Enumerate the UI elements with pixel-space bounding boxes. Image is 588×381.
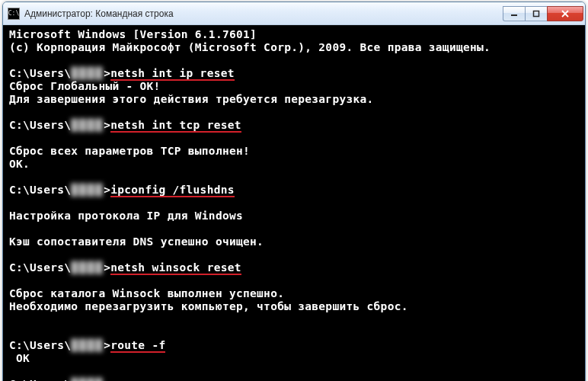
username-blur: ████ <box>71 119 104 132</box>
prompt-line-6: C:\Users\████> <box>9 378 579 381</box>
maximize-button[interactable] <box>525 6 548 21</box>
output-4a: Сброс каталога Winsock выполнен успешно. <box>9 287 579 300</box>
prompt-line-1: C:\Users\████>netsh int ip reset <box>9 67 579 80</box>
minimize-button[interactable] <box>503 6 526 21</box>
output-2b: OK. <box>9 158 579 171</box>
prompt-line-3: C:\Users\████>ipconfig /flushdns <box>9 184 579 197</box>
command-2: netsh int tcp reset <box>110 119 241 132</box>
command-1: netsh int ip reset <box>110 67 235 80</box>
terminal-area[interactable]: Microsoft Windows [Version 6.1.7601] (c)… <box>3 25 585 381</box>
copyright-line: (c) Корпорация Майкрософт (Microsoft Cor… <box>9 41 579 54</box>
titlebar[interactable]: C:\ Администратор: Командная строка <box>3 2 585 25</box>
prompt-line-2: C:\Users\████>netsh int tcp reset <box>9 119 579 132</box>
username-blur: ████ <box>71 67 104 80</box>
window-frame: C:\ Администратор: Командная строка Micr… <box>2 2 586 381</box>
output-3b: Кэш сопоставителя DNS успешно очищен. <box>9 235 579 248</box>
output-1b: Для завершения этого действия требуется … <box>9 93 579 106</box>
output-4b: Необходимо перезагрузить компьютер, чтоб… <box>9 300 579 313</box>
output-5a: OK <box>9 352 579 365</box>
version-line: Microsoft Windows [Version 6.1.7601] <box>9 28 579 41</box>
username-blur: ████ <box>71 261 104 274</box>
window-controls <box>503 6 583 21</box>
prompt-line-4: C:\Users\████>netsh winsock reset <box>9 261 579 274</box>
output-1a: Сброс Глобальный - OK! <box>9 80 579 93</box>
command-4: netsh winsock reset <box>110 261 241 274</box>
output-2a: Сброс всех параметров TCP выполнен! <box>9 145 579 158</box>
command-3: ipconfig /flushdns <box>110 184 235 197</box>
username-blur: ████ <box>71 184 104 197</box>
command-5: route -f <box>110 339 165 352</box>
output-3a: Настройка протокола IP для Windows <box>9 210 579 223</box>
close-button[interactable] <box>547 6 583 21</box>
username-blur: ████ <box>71 339 104 352</box>
window-title: Администратор: Командная строка <box>24 8 503 19</box>
app-icon: C:\ <box>8 8 20 20</box>
username-blur: ████ <box>71 378 104 381</box>
svg-rect-1 <box>534 11 539 16</box>
prompt-line-5: C:\Users\████>route -f <box>9 339 579 352</box>
